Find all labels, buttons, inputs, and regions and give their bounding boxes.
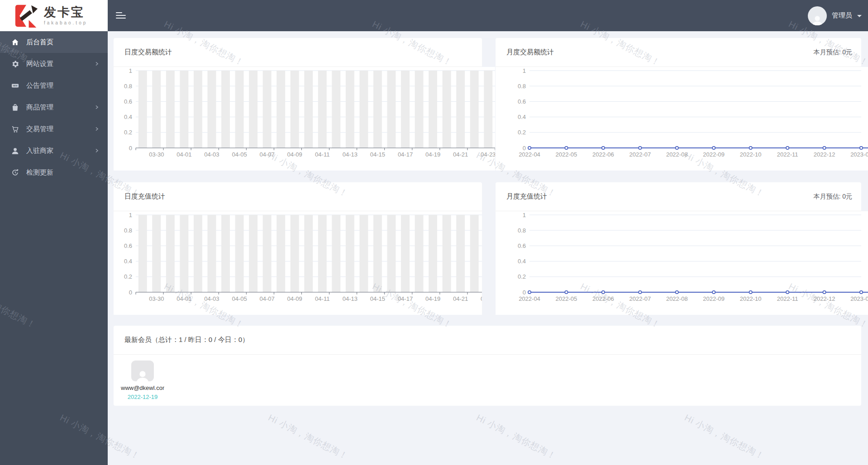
svg-text:2022-11: 2022-11 bbox=[777, 151, 798, 158]
svg-text:2022-04: 2022-04 bbox=[519, 295, 540, 302]
svg-text:0: 0 bbox=[129, 289, 132, 296]
user-avatar bbox=[808, 6, 827, 25]
member-date: 2022-12-19 bbox=[120, 394, 165, 400]
sidebar-item-cart[interactable]: 交易管理 bbox=[0, 118, 108, 140]
sidebar-item-update[interactable]: 检测更新 bbox=[0, 161, 108, 183]
svg-text:1: 1 bbox=[129, 67, 132, 74]
svg-text:04-01: 04-01 bbox=[176, 151, 191, 158]
svg-text:04-17: 04-17 bbox=[398, 151, 413, 158]
svg-text:2022-10: 2022-10 bbox=[740, 295, 762, 302]
sidebar-item-label: 交易管理 bbox=[26, 125, 94, 133]
user-dropdown[interactable]: 管理员 bbox=[808, 0, 862, 31]
sidebar-item-label: 网站设置 bbox=[26, 60, 94, 68]
svg-text:2022-05: 2022-05 bbox=[556, 151, 577, 158]
svg-text:0.6: 0.6 bbox=[518, 98, 526, 105]
svg-text:03-30: 03-30 bbox=[149, 295, 164, 302]
sidebar-item-label: 后台首页 bbox=[26, 38, 100, 47]
svg-text:04-07: 04-07 bbox=[259, 151, 274, 158]
svg-text:2022-07: 2022-07 bbox=[629, 151, 651, 158]
svg-text:2022-12: 2022-12 bbox=[814, 151, 835, 158]
svg-text:1: 1 bbox=[129, 212, 132, 218]
svg-text:04-21: 04-21 bbox=[453, 151, 468, 158]
svg-text:0.8: 0.8 bbox=[124, 227, 132, 234]
svg-text:1: 1 bbox=[523, 212, 526, 218]
sidebar-nav: 后台首页网站设置NEW公告管理商品管理交易管理入驻商家检测更新 bbox=[0, 31, 108, 183]
sidebar-item-label: 商品管理 bbox=[26, 103, 94, 112]
svg-text:0.6: 0.6 bbox=[124, 242, 132, 249]
svg-text:2022-08: 2022-08 bbox=[666, 151, 688, 158]
svg-text:04-13: 04-13 bbox=[343, 295, 358, 302]
card-title: 月度充值统计 bbox=[506, 192, 547, 201]
monthly-estimate: 本月预估: 0元 bbox=[813, 193, 852, 201]
svg-text:04-15: 04-15 bbox=[370, 151, 385, 158]
card-monthly-trade: 月度交易额统计 本月预估: 0元 00.20.40.60.812022-0420… bbox=[496, 38, 861, 171]
svg-text:0: 0 bbox=[523, 145, 526, 152]
member-item[interactable]: www@dkewl.com2022-12-19 bbox=[120, 361, 165, 400]
svg-text:0.2: 0.2 bbox=[518, 129, 526, 136]
monthly-trade-chart[interactable]: 00.20.40.60.812022-042022-052022-062022-… bbox=[496, 67, 868, 171]
svg-text:2023-01: 2023-01 bbox=[850, 295, 868, 302]
chevron-right-icon bbox=[94, 104, 100, 110]
svg-text:0.2: 0.2 bbox=[124, 273, 132, 280]
daily-trade-chart[interactable]: 00.20.40.60.8103-3004-0104-0304-0504-070… bbox=[114, 67, 495, 171]
card-header: 月度交易额统计 本月预估: 0元 bbox=[496, 38, 861, 67]
svg-text:2022-09: 2022-09 bbox=[703, 151, 725, 158]
sidebar: 发卡宝 fakabao.top 后台首页网站设置NEW公告管理商品管理交易管理入… bbox=[0, 0, 108, 465]
monthly-recharge-chart[interactable]: 00.20.40.60.812022-042022-052022-062022-… bbox=[496, 211, 868, 315]
topbar: 管理员 bbox=[0, 0, 868, 31]
sidebar-item-gear[interactable]: 网站设置 bbox=[0, 53, 108, 75]
svg-text:0.6: 0.6 bbox=[124, 98, 132, 105]
svg-text:0.2: 0.2 bbox=[124, 129, 132, 136]
svg-text:2022-09: 2022-09 bbox=[703, 295, 725, 302]
svg-text:04-03: 04-03 bbox=[204, 151, 219, 158]
sidebar-item-label: 公告管理 bbox=[26, 81, 100, 90]
card-title: 月度交易额统计 bbox=[506, 48, 554, 57]
svg-text:0.4: 0.4 bbox=[518, 258, 526, 265]
sidebar-item-announcement[interactable]: NEW公告管理 bbox=[0, 75, 108, 96]
bag-icon bbox=[11, 103, 19, 112]
svg-text:0.6: 0.6 bbox=[518, 242, 526, 249]
svg-text:04-23: 04-23 bbox=[481, 151, 495, 158]
svg-text:04-01: 04-01 bbox=[176, 295, 191, 302]
sidebar-item-merchant[interactable]: 入驻商家 bbox=[0, 140, 108, 161]
home-icon bbox=[11, 38, 19, 47]
card-title: 日度充值统计 bbox=[124, 192, 165, 201]
logo[interactable]: 发卡宝 fakabao.top bbox=[0, 0, 108, 31]
chevron-right-icon bbox=[94, 61, 100, 66]
card-header: 日度交易额统计 bbox=[114, 38, 482, 67]
member-list: www@dkewl.com2022-12-19 bbox=[114, 355, 861, 406]
card-latest-members: 最新会员（总计：1 / 昨日：0 / 今日：0） www@dkewl.com20… bbox=[114, 326, 861, 406]
svg-text:2022-10: 2022-10 bbox=[740, 151, 762, 158]
svg-text:2022-05: 2022-05 bbox=[556, 295, 577, 302]
svg-text:03-30: 03-30 bbox=[149, 151, 164, 158]
merchant-icon bbox=[11, 147, 19, 155]
menu-toggle-button[interactable] bbox=[116, 12, 126, 19]
sidebar-item-bag[interactable]: 商品管理 bbox=[0, 96, 108, 118]
svg-text:04-17: 04-17 bbox=[398, 295, 413, 302]
svg-text:2022-06: 2022-06 bbox=[592, 151, 614, 158]
card-title: 日度交易额统计 bbox=[124, 48, 172, 57]
svg-text:0.8: 0.8 bbox=[518, 227, 526, 234]
card-header: 月度充值统计 本月预估: 0元 bbox=[496, 182, 861, 211]
sidebar-item-label: 入驻商家 bbox=[26, 147, 94, 155]
svg-text:04-19: 04-19 bbox=[425, 295, 440, 302]
svg-text:04-05: 04-05 bbox=[232, 151, 247, 158]
svg-text:2022-06: 2022-06 bbox=[592, 295, 614, 302]
svg-text:2022-08: 2022-08 bbox=[666, 295, 688, 302]
svg-text:2022-07: 2022-07 bbox=[629, 295, 651, 302]
daily-recharge-chart[interactable]: 00.20.40.60.8103-3004-0104-0304-0504-070… bbox=[114, 211, 482, 315]
svg-text:0: 0 bbox=[523, 289, 526, 296]
svg-text:2023-01: 2023-01 bbox=[850, 151, 868, 158]
brand-name: 发卡宝 bbox=[44, 6, 87, 19]
svg-text:1: 1 bbox=[523, 67, 526, 74]
svg-text:NEW: NEW bbox=[13, 85, 18, 87]
svg-text:0.4: 0.4 bbox=[124, 258, 132, 265]
gear-icon bbox=[11, 60, 19, 68]
sidebar-item-home[interactable]: 后台首页 bbox=[0, 31, 108, 53]
chevron-right-icon bbox=[94, 148, 100, 153]
caret-down-icon bbox=[857, 15, 862, 19]
svg-text:04-05: 04-05 bbox=[232, 295, 247, 302]
svg-text:2022-11: 2022-11 bbox=[777, 295, 798, 302]
svg-text:04-09: 04-09 bbox=[287, 295, 302, 302]
monthly-estimate: 本月预估: 0元 bbox=[813, 48, 852, 57]
